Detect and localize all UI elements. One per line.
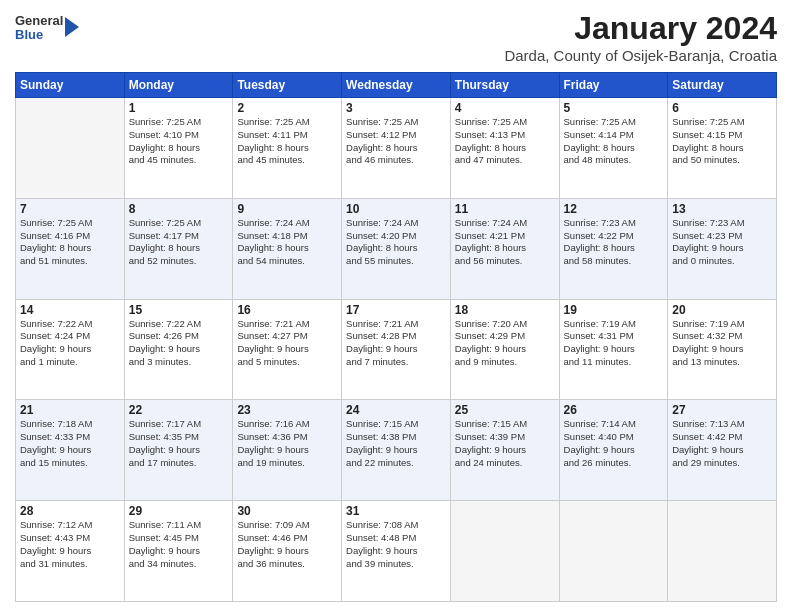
day-info: Sunrise: 7:23 AMSunset: 4:23 PMDaylight:…	[672, 217, 772, 268]
day-info: Sunrise: 7:25 AMSunset: 4:15 PMDaylight:…	[672, 116, 772, 167]
col-saturday: Saturday	[668, 73, 777, 98]
calendar-cell: 21Sunrise: 7:18 AMSunset: 4:33 PMDayligh…	[16, 400, 125, 501]
day-info: Sunrise: 7:09 AMSunset: 4:46 PMDaylight:…	[237, 519, 337, 570]
calendar-cell: 12Sunrise: 7:23 AMSunset: 4:22 PMDayligh…	[559, 198, 668, 299]
calendar-cell	[559, 501, 668, 602]
day-info: Sunrise: 7:24 AMSunset: 4:21 PMDaylight:…	[455, 217, 555, 268]
day-number: 2	[237, 101, 337, 115]
calendar-cell: 14Sunrise: 7:22 AMSunset: 4:24 PMDayligh…	[16, 299, 125, 400]
day-info: Sunrise: 7:19 AMSunset: 4:31 PMDaylight:…	[564, 318, 664, 369]
day-info: Sunrise: 7:25 AMSunset: 4:11 PMDaylight:…	[237, 116, 337, 167]
page-subtitle: Darda, County of Osijek-Baranja, Croatia	[504, 47, 777, 64]
day-number: 9	[237, 202, 337, 216]
day-number: 24	[346, 403, 446, 417]
logo-blue: Blue	[15, 28, 63, 42]
day-number: 12	[564, 202, 664, 216]
day-info: Sunrise: 7:23 AMSunset: 4:22 PMDaylight:…	[564, 217, 664, 268]
calendar-cell: 18Sunrise: 7:20 AMSunset: 4:29 PMDayligh…	[450, 299, 559, 400]
col-friday: Friday	[559, 73, 668, 98]
day-info: Sunrise: 7:25 AMSunset: 4:14 PMDaylight:…	[564, 116, 664, 167]
day-info: Sunrise: 7:25 AMSunset: 4:12 PMDaylight:…	[346, 116, 446, 167]
logo: General Blue	[15, 14, 79, 43]
calendar-cell: 16Sunrise: 7:21 AMSunset: 4:27 PMDayligh…	[233, 299, 342, 400]
calendar-cell	[668, 501, 777, 602]
day-number: 17	[346, 303, 446, 317]
day-info: Sunrise: 7:25 AMSunset: 4:17 PMDaylight:…	[129, 217, 229, 268]
col-wednesday: Wednesday	[342, 73, 451, 98]
day-info: Sunrise: 7:13 AMSunset: 4:42 PMDaylight:…	[672, 418, 772, 469]
logo-general: General	[15, 14, 63, 28]
calendar-table: Sunday Monday Tuesday Wednesday Thursday…	[15, 72, 777, 602]
day-info: Sunrise: 7:11 AMSunset: 4:45 PMDaylight:…	[129, 519, 229, 570]
day-number: 31	[346, 504, 446, 518]
day-number: 3	[346, 101, 446, 115]
day-info: Sunrise: 7:15 AMSunset: 4:39 PMDaylight:…	[455, 418, 555, 469]
day-number: 21	[20, 403, 120, 417]
page-title: January 2024	[504, 10, 777, 47]
day-info: Sunrise: 7:17 AMSunset: 4:35 PMDaylight:…	[129, 418, 229, 469]
calendar-row-5: 28Sunrise: 7:12 AMSunset: 4:43 PMDayligh…	[16, 501, 777, 602]
day-number: 27	[672, 403, 772, 417]
calendar-cell: 28Sunrise: 7:12 AMSunset: 4:43 PMDayligh…	[16, 501, 125, 602]
day-info: Sunrise: 7:15 AMSunset: 4:38 PMDaylight:…	[346, 418, 446, 469]
day-info: Sunrise: 7:16 AMSunset: 4:36 PMDaylight:…	[237, 418, 337, 469]
day-number: 20	[672, 303, 772, 317]
day-number: 22	[129, 403, 229, 417]
calendar-cell: 31Sunrise: 7:08 AMSunset: 4:48 PMDayligh…	[342, 501, 451, 602]
day-number: 16	[237, 303, 337, 317]
calendar-cell: 2Sunrise: 7:25 AMSunset: 4:11 PMDaylight…	[233, 98, 342, 199]
calendar-cell: 1Sunrise: 7:25 AMSunset: 4:10 PMDaylight…	[124, 98, 233, 199]
calendar-cell: 8Sunrise: 7:25 AMSunset: 4:17 PMDaylight…	[124, 198, 233, 299]
calendar-cell: 9Sunrise: 7:24 AMSunset: 4:18 PMDaylight…	[233, 198, 342, 299]
calendar-cell: 24Sunrise: 7:15 AMSunset: 4:38 PMDayligh…	[342, 400, 451, 501]
calendar-cell: 15Sunrise: 7:22 AMSunset: 4:26 PMDayligh…	[124, 299, 233, 400]
day-number: 28	[20, 504, 120, 518]
calendar-row-3: 14Sunrise: 7:22 AMSunset: 4:24 PMDayligh…	[16, 299, 777, 400]
calendar-cell: 19Sunrise: 7:19 AMSunset: 4:31 PMDayligh…	[559, 299, 668, 400]
calendar-cell: 13Sunrise: 7:23 AMSunset: 4:23 PMDayligh…	[668, 198, 777, 299]
calendar-cell: 3Sunrise: 7:25 AMSunset: 4:12 PMDaylight…	[342, 98, 451, 199]
day-number: 14	[20, 303, 120, 317]
day-number: 23	[237, 403, 337, 417]
day-info: Sunrise: 7:22 AMSunset: 4:24 PMDaylight:…	[20, 318, 120, 369]
day-info: Sunrise: 7:24 AMSunset: 4:18 PMDaylight:…	[237, 217, 337, 268]
day-number: 8	[129, 202, 229, 216]
calendar-cell: 23Sunrise: 7:16 AMSunset: 4:36 PMDayligh…	[233, 400, 342, 501]
day-number: 4	[455, 101, 555, 115]
day-info: Sunrise: 7:21 AMSunset: 4:28 PMDaylight:…	[346, 318, 446, 369]
day-info: Sunrise: 7:14 AMSunset: 4:40 PMDaylight:…	[564, 418, 664, 469]
day-info: Sunrise: 7:12 AMSunset: 4:43 PMDaylight:…	[20, 519, 120, 570]
day-number: 13	[672, 202, 772, 216]
calendar-cell: 25Sunrise: 7:15 AMSunset: 4:39 PMDayligh…	[450, 400, 559, 501]
day-info: Sunrise: 7:22 AMSunset: 4:26 PMDaylight:…	[129, 318, 229, 369]
day-number: 29	[129, 504, 229, 518]
calendar-cell: 20Sunrise: 7:19 AMSunset: 4:32 PMDayligh…	[668, 299, 777, 400]
calendar-cell: 7Sunrise: 7:25 AMSunset: 4:16 PMDaylight…	[16, 198, 125, 299]
calendar-cell: 5Sunrise: 7:25 AMSunset: 4:14 PMDaylight…	[559, 98, 668, 199]
day-number: 6	[672, 101, 772, 115]
day-info: Sunrise: 7:25 AMSunset: 4:16 PMDaylight:…	[20, 217, 120, 268]
calendar-row-1: 1Sunrise: 7:25 AMSunset: 4:10 PMDaylight…	[16, 98, 777, 199]
day-number: 30	[237, 504, 337, 518]
col-tuesday: Tuesday	[233, 73, 342, 98]
day-info: Sunrise: 7:25 AMSunset: 4:13 PMDaylight:…	[455, 116, 555, 167]
day-number: 5	[564, 101, 664, 115]
calendar-cell: 26Sunrise: 7:14 AMSunset: 4:40 PMDayligh…	[559, 400, 668, 501]
day-number: 1	[129, 101, 229, 115]
calendar-cell: 11Sunrise: 7:24 AMSunset: 4:21 PMDayligh…	[450, 198, 559, 299]
day-info: Sunrise: 7:08 AMSunset: 4:48 PMDaylight:…	[346, 519, 446, 570]
logo-arrow-icon	[65, 17, 79, 37]
calendar-row-2: 7Sunrise: 7:25 AMSunset: 4:16 PMDaylight…	[16, 198, 777, 299]
calendar-cell	[450, 501, 559, 602]
calendar-cell: 17Sunrise: 7:21 AMSunset: 4:28 PMDayligh…	[342, 299, 451, 400]
day-number: 26	[564, 403, 664, 417]
calendar-cell: 22Sunrise: 7:17 AMSunset: 4:35 PMDayligh…	[124, 400, 233, 501]
calendar-cell: 4Sunrise: 7:25 AMSunset: 4:13 PMDaylight…	[450, 98, 559, 199]
calendar-cell: 29Sunrise: 7:11 AMSunset: 4:45 PMDayligh…	[124, 501, 233, 602]
calendar-cell: 27Sunrise: 7:13 AMSunset: 4:42 PMDayligh…	[668, 400, 777, 501]
day-number: 19	[564, 303, 664, 317]
day-info: Sunrise: 7:19 AMSunset: 4:32 PMDaylight:…	[672, 318, 772, 369]
day-info: Sunrise: 7:18 AMSunset: 4:33 PMDaylight:…	[20, 418, 120, 469]
header: General Blue January 2024 Darda, County …	[15, 10, 777, 64]
day-number: 15	[129, 303, 229, 317]
